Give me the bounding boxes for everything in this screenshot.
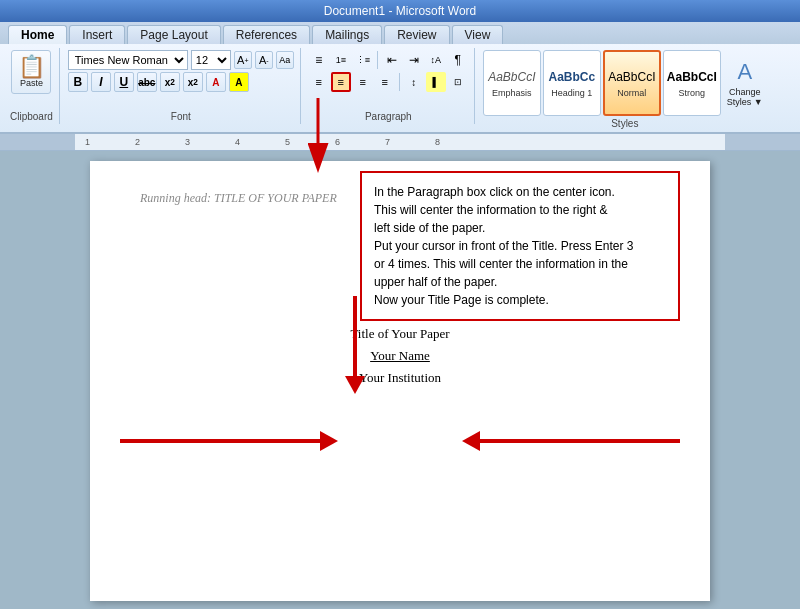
paragraph-label: Paragraph	[365, 111, 412, 122]
font-group: Times New Roman 12 A+ A- Aa B I U abc x2…	[62, 48, 301, 124]
border-button[interactable]: ⊡	[448, 72, 468, 92]
doc-title: Title of Your Paper	[140, 326, 660, 342]
subscript-button[interactable]: x2	[160, 72, 180, 92]
instruction-line2: This will center the information to the …	[374, 203, 607, 217]
align-right-button[interactable]: ≡	[353, 72, 373, 92]
ruler: 1 2 3 4 5 6 7 8	[0, 133, 800, 151]
emphasis-preview: AaBbCcI	[488, 70, 535, 86]
paste-label: Paste	[20, 78, 43, 88]
styles-label: Styles	[611, 118, 638, 129]
strikethrough-button[interactable]: abc	[137, 72, 157, 92]
highlight-button[interactable]: A	[229, 72, 249, 92]
clear-format-button[interactable]: Aa	[276, 51, 294, 69]
style-strong-button[interactable]: AaBbCcI Strong	[663, 50, 721, 116]
tab-row: Home Insert Page Layout References Maili…	[0, 22, 800, 44]
arrow-down-shaft	[353, 296, 357, 376]
strong-preview: AaBbCcI	[667, 70, 717, 86]
font-family-select[interactable]: Times New Roman	[68, 50, 188, 70]
strong-label: Strong	[679, 88, 706, 98]
shading-button[interactable]: ▌	[426, 72, 446, 92]
arrow-right-shaft	[120, 439, 320, 443]
instruction-line5: or 4 times. This will center the informa…	[374, 257, 628, 271]
line-spacing-button[interactable]: ↕	[404, 72, 424, 92]
shrink-font-button[interactable]: A-	[255, 51, 273, 69]
tab-references[interactable]: References	[223, 25, 310, 44]
paper: Running head: TITLE OF YOUR PAPER In the…	[90, 161, 710, 601]
instruction-line1: In the Paragraph box click on the center…	[374, 185, 615, 199]
doc-institution: Your Institution	[140, 370, 660, 386]
arrow-right-container	[120, 431, 338, 451]
change-styles-button[interactable]: A Change Styles ▼	[723, 50, 767, 116]
tab-page-layout[interactable]: Page Layout	[127, 25, 220, 44]
ribbon: Home Insert Page Layout References Maili…	[0, 22, 800, 133]
paragraph-group: ≡ 1≡ ⋮≡ ⇤ ⇥ ↕A ¶ ≡ ≡ ≡ ≡ ↕ ▌ ⊡ Paragraph	[303, 48, 475, 124]
numbering-button[interactable]: 1≡	[331, 50, 351, 70]
instruction-line7: Now your Title Page is complete.	[374, 293, 549, 307]
instruction-line6: upper half of the paper.	[374, 275, 497, 289]
font-label: Font	[171, 111, 191, 122]
ruler-right-margin	[725, 134, 800, 150]
increase-indent-button[interactable]: ⇥	[404, 50, 424, 70]
para-row2: ≡ ≡ ≡ ≡ ↕ ▌ ⊡	[309, 72, 468, 92]
tab-home[interactable]: Home	[8, 25, 67, 44]
arrow-down-head	[345, 376, 365, 394]
instruction-line3: left side of the paper.	[374, 221, 485, 235]
font-row1: Times New Roman 12 A+ A- Aa	[68, 50, 294, 70]
superscript-button[interactable]: x2	[183, 72, 203, 92]
doc-body: Title of Your Paper Your Name Your Insti…	[140, 326, 660, 386]
font-size-select[interactable]: 12	[191, 50, 231, 70]
align-left-button[interactable]: ≡	[309, 72, 329, 92]
justify-button[interactable]: ≡	[375, 72, 395, 92]
arrow-left-head	[462, 431, 480, 451]
grow-font-button[interactable]: A+	[234, 51, 252, 69]
instruction-box: In the Paragraph box click on the center…	[360, 171, 680, 321]
arrow-right-head	[320, 431, 338, 451]
font-row2: B I U abc x2 x2 A A	[68, 72, 294, 92]
emphasis-label: Emphasis	[492, 88, 532, 98]
tab-insert[interactable]: Insert	[69, 25, 125, 44]
ruler-main: 1 2 3 4 5 6 7 8	[75, 134, 725, 150]
tab-view[interactable]: View	[452, 25, 504, 44]
heading1-preview: AaBbCc	[548, 70, 595, 86]
document-area: Running head: TITLE OF YOUR PAPER In the…	[0, 151, 800, 609]
styles-row: AaBbCcI Emphasis AaBbCc Heading 1 AaBbCc…	[483, 50, 767, 116]
style-emphasis-button[interactable]: AaBbCcI Emphasis	[483, 50, 541, 116]
styles-group: AaBbCcI Emphasis AaBbCc Heading 1 AaBbCc…	[477, 48, 773, 124]
change-styles-label: Change Styles ▼	[723, 87, 767, 107]
show-formatting-button[interactable]: ¶	[448, 50, 468, 70]
title-bar: Document1 - Microsoft Word	[0, 0, 800, 22]
clipboard-label: Clipboard	[10, 111, 53, 122]
clipboard-group: 📋 Paste Clipboard	[4, 48, 60, 124]
doc-name: Your Name	[140, 348, 660, 364]
title-bar-text: Document1 - Microsoft Word	[324, 4, 477, 18]
tab-mailings[interactable]: Mailings	[312, 25, 382, 44]
ribbon-content: 📋 Paste Clipboard Times New Roman 12 A+ …	[0, 44, 800, 132]
text-color-button[interactable]: A	[206, 72, 226, 92]
tab-review[interactable]: Review	[384, 25, 449, 44]
bold-button[interactable]: B	[68, 72, 88, 92]
instruction-line4: Put your cursor in front of the Title. P…	[374, 239, 633, 253]
normal-preview: AaBbCcI	[608, 70, 655, 86]
ruler-left-margin	[0, 134, 75, 150]
bullets-button[interactable]: ≡	[309, 50, 329, 70]
italic-button[interactable]: I	[91, 72, 111, 92]
paste-icon: 📋	[18, 56, 45, 78]
paste-button[interactable]: 📋 Paste	[11, 50, 51, 94]
sort-button[interactable]: ↕A	[426, 50, 446, 70]
style-heading1-button[interactable]: AaBbCc Heading 1	[543, 50, 601, 116]
underline-button[interactable]: U	[114, 72, 134, 92]
arrow-left-shaft	[480, 439, 680, 443]
heading1-label: Heading 1	[551, 88, 592, 98]
arrow-left-container	[462, 431, 680, 451]
normal-label: Normal	[617, 88, 646, 98]
style-normal-button[interactable]: AaBbCcI Normal	[603, 50, 661, 116]
multilevel-button[interactable]: ⋮≡	[353, 50, 373, 70]
decrease-indent-button[interactable]: ⇤	[382, 50, 402, 70]
para-row1: ≡ 1≡ ⋮≡ ⇤ ⇥ ↕A ¶	[309, 50, 468, 70]
align-center-button[interactable]: ≡	[331, 72, 351, 92]
